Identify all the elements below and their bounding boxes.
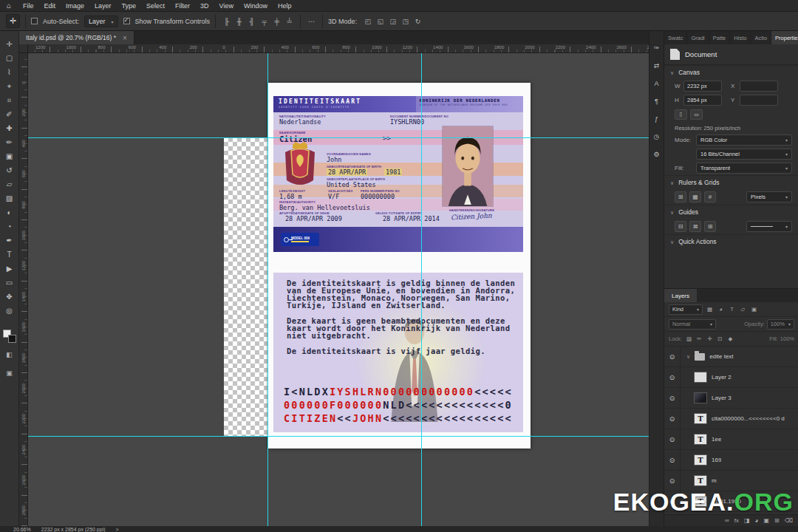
lock-position-icon[interactable]: ✛ bbox=[705, 334, 715, 344]
align-bottom-icon[interactable]: ╧ bbox=[284, 16, 295, 27]
layer-row[interactable]: edite text bbox=[664, 347, 798, 367]
layer-thumbnail[interactable] bbox=[694, 392, 707, 403]
clear-guides-icon[interactable]: ⊞ bbox=[704, 221, 716, 232]
paragraph-panel-icon[interactable]: ¶ bbox=[650, 95, 664, 108]
portrait-icon[interactable]: ▯ bbox=[675, 109, 687, 120]
canvas[interactable]: IDENTITEITSKAART IDENTITY CARD CARTE D'I… bbox=[28, 53, 649, 526]
screen-mode-button[interactable]: ▣ bbox=[0, 366, 19, 380]
height-input[interactable]: 2854 px bbox=[683, 95, 722, 106]
visibility-eye-icon[interactable] bbox=[664, 429, 681, 449]
units-dropdown[interactable]: Pixels bbox=[746, 191, 792, 202]
menu-item[interactable]: Type bbox=[117, 0, 142, 12]
3d-scale-icon[interactable]: ↻ bbox=[412, 16, 423, 27]
layer-row[interactable]: 1ee bbox=[664, 429, 798, 450]
add-guide-icon[interactable]: ⊟ bbox=[675, 221, 686, 232]
crop-tool[interactable]: ⌗ bbox=[0, 93, 19, 107]
opacity-input[interactable]: 100% bbox=[767, 319, 794, 330]
layer-name[interactable]: Layer 2 bbox=[712, 374, 732, 381]
guide-vertical[interactable] bbox=[267, 53, 268, 526]
menu-item[interactable]: 3D bbox=[195, 0, 214, 12]
filter-adjustment-layers-icon[interactable]: ◕ bbox=[716, 304, 726, 314]
zoom-tool[interactable]: ◎ bbox=[0, 304, 19, 318]
lock-transparency-icon[interactable]: ▨ bbox=[684, 334, 694, 344]
guides-section-header[interactable]: Guides bbox=[664, 205, 798, 219]
brush-tool[interactable]: ✏ bbox=[0, 135, 19, 149]
bit-depth-dropdown[interactable]: 16 Bits/Channel bbox=[696, 149, 792, 160]
vertical-ruler[interactable]: 0200400600800100012001400160018002000220… bbox=[19, 53, 28, 526]
new-layer-icon[interactable]: ⊞ bbox=[774, 517, 780, 524]
3d-roll-icon[interactable]: ◱ bbox=[375, 16, 386, 27]
align-right-icon[interactable]: ╢ bbox=[246, 16, 257, 27]
status-arrow-icon[interactable]: > bbox=[116, 527, 119, 532]
color-swatches[interactable] bbox=[3, 330, 16, 343]
layer-name[interactable]: 169 bbox=[712, 457, 721, 463]
background-color-swatch[interactable] bbox=[8, 335, 16, 343]
panel-tab[interactable]: Patte bbox=[709, 31, 731, 44]
layer-thumbnail[interactable] bbox=[694, 454, 707, 466]
snap-icon[interactable]: # bbox=[704, 191, 716, 202]
layer-row[interactable]: cita0000000...<<<<<<<<0 d bbox=[664, 409, 798, 429]
layer-name[interactable]: cita0000000...<<<<<<<<0 d bbox=[712, 415, 785, 422]
character-panel-icon[interactable]: A bbox=[650, 77, 664, 90]
layer-row[interactable]: Layer 3 bbox=[664, 388, 798, 409]
layer-thumbnail[interactable] bbox=[694, 413, 707, 424]
history-brush-tool[interactable]: ↺ bbox=[0, 163, 19, 177]
filter-smart-objects-icon[interactable]: ▣ bbox=[749, 304, 759, 314]
visibility-eye-icon[interactable] bbox=[664, 367, 681, 387]
delete-layer-icon[interactable]: ⌫ bbox=[785, 517, 793, 524]
align-center-h-icon[interactable]: ╫ bbox=[233, 16, 245, 27]
layer-name[interactable]: m bbox=[712, 477, 717, 484]
clone-source-icon[interactable]: ⇄ bbox=[650, 59, 664, 72]
filter-type-layers-icon[interactable]: T bbox=[727, 304, 737, 314]
layer-row[interactable]: 169 bbox=[664, 450, 798, 471]
pen-tool[interactable]: ✒ bbox=[0, 233, 19, 248]
lasso-tool[interactable]: ⌇ bbox=[0, 65, 19, 79]
history-panel-icon[interactable]: ◷ bbox=[650, 130, 664, 143]
layer-effects-icon[interactable]: fx bbox=[734, 517, 739, 524]
menu-item[interactable]: Image bbox=[61, 0, 89, 12]
menu-item[interactable]: Edit bbox=[39, 0, 61, 12]
blend-mode-dropdown[interactable]: Normal bbox=[669, 319, 716, 330]
gear-icon[interactable]: ⚙ bbox=[650, 148, 664, 161]
visibility-eye-icon[interactable] bbox=[664, 450, 681, 470]
marquee-tool[interactable]: ▢ bbox=[0, 51, 19, 65]
menu-item[interactable]: Window bbox=[239, 0, 273, 12]
width-input[interactable]: 2232 px bbox=[683, 81, 722, 92]
layer-name[interactable]: Layer 3 bbox=[712, 395, 732, 401]
eraser-tool[interactable]: ▱ bbox=[0, 177, 19, 191]
glyphs-panel-icon[interactable]: ƒ bbox=[650, 112, 664, 126]
align-top-icon[interactable]: ╤ bbox=[259, 16, 270, 27]
lock-pixels-icon[interactable]: ✏ bbox=[695, 334, 704, 344]
layer-thumbnail[interactable] bbox=[694, 475, 707, 486]
close-icon[interactable]: × bbox=[123, 34, 127, 42]
canvas-section-header[interactable]: Canvas bbox=[664, 65, 798, 79]
menu-item[interactable]: File bbox=[18, 0, 39, 12]
quick-selection-tool[interactable]: ⌖ bbox=[0, 79, 19, 93]
y-input[interactable] bbox=[740, 95, 778, 106]
align-left-icon[interactable]: ╟ bbox=[221, 16, 232, 27]
visibility-eye-icon[interactable] bbox=[664, 409, 681, 429]
brush-settings-icon[interactable]: ✑ bbox=[650, 41, 664, 55]
menu-item[interactable]: Select bbox=[141, 0, 170, 12]
guide-horizontal[interactable] bbox=[28, 436, 649, 437]
layer-name[interactable]: 1ee bbox=[712, 436, 721, 443]
adjustment-layer-icon[interactable]: ◕ bbox=[755, 517, 759, 524]
guide-layout-icon[interactable]: ⊠ bbox=[689, 221, 701, 232]
landscape-icon[interactable]: ▭ bbox=[690, 109, 703, 120]
transform-controls-checkbox[interactable] bbox=[123, 18, 130, 24]
3d-rotate-icon[interactable]: ◰ bbox=[362, 16, 373, 27]
hand-tool[interactable]: ✥ bbox=[0, 290, 19, 304]
auto-select-checkbox[interactable] bbox=[31, 18, 38, 24]
gradient-tool[interactable]: ▨ bbox=[0, 191, 19, 205]
auto-select-dropdown[interactable]: Layer bbox=[84, 16, 118, 27]
shape-tool[interactable]: ▭ bbox=[0, 276, 19, 290]
panel-tab[interactable]: Gradi bbox=[687, 31, 709, 44]
align-center-v-icon[interactable]: ╪ bbox=[271, 16, 282, 27]
eyedropper-tool[interactable]: ✐ bbox=[0, 107, 19, 121]
panel-tab[interactable]: Histo bbox=[730, 31, 751, 44]
toggle-rulers-icon[interactable]: ⊞ bbox=[675, 191, 686, 202]
mode-dropdown[interactable]: RGB Color bbox=[696, 134, 792, 146]
quick-actions-section-header[interactable]: Quick Actions bbox=[664, 234, 798, 248]
guide-horizontal[interactable] bbox=[28, 137, 649, 138]
layer-thumbnail[interactable] bbox=[694, 372, 707, 383]
